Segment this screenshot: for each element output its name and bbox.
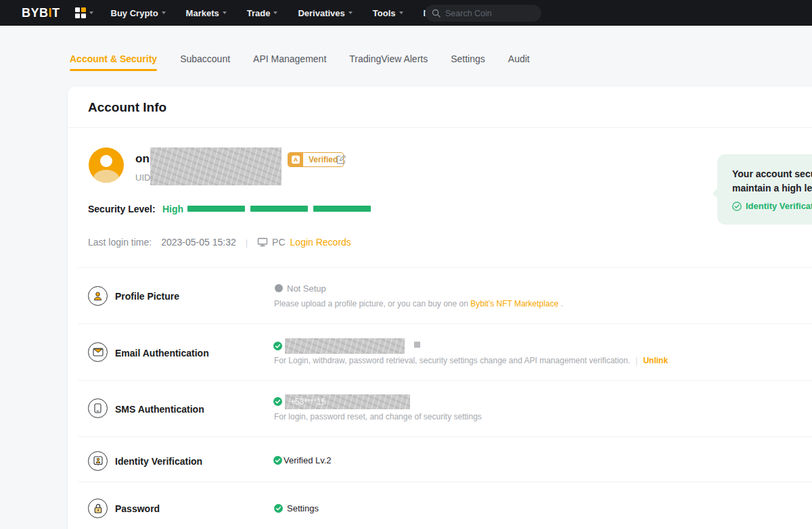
identity-label: Identity Verification [115, 456, 202, 467]
search-icon [432, 9, 441, 18]
username: on [135, 152, 150, 166]
grid-cell [75, 7, 80, 12]
kyc-badge-icon: A [288, 153, 303, 166]
profile-picture-icon [88, 286, 108, 306]
identity-status: Verified Lv.2 [284, 455, 332, 465]
redacted-phone: +53****15 [285, 394, 410, 409]
settings-tabs: Account & Security Subaccount API Manage… [70, 53, 530, 64]
email-icon [88, 342, 108, 362]
menu-buy-crypto[interactable]: Buy Crypto [111, 8, 166, 18]
unlink-button[interactable]: Unlink [643, 356, 668, 365]
password-status: Settings [287, 503, 319, 513]
divider [78, 323, 812, 324]
account-info-card: Account Info on UID: A Verified Security… [68, 87, 812, 529]
bybit-logo[interactable]: BYBIT [22, 6, 60, 20]
tab-subaccount[interactable]: Subaccount [180, 53, 230, 64]
divider [78, 380, 812, 381]
menu-tools[interactable]: Tools [373, 8, 403, 18]
edit-icon[interactable] [336, 154, 346, 164]
chevron-down-icon [162, 12, 166, 14]
login-records-link[interactable]: Login Records [290, 237, 351, 248]
grid-cell-accent [81, 7, 86, 12]
last-login-label: Last login time: [88, 237, 152, 248]
uid-label: UID: [135, 172, 153, 183]
avatar-shoulders [93, 170, 119, 183]
search-box[interactable] [425, 5, 541, 22]
tooltip-identity-line: Identity Verificatio [732, 201, 812, 211]
grid-cell [75, 14, 80, 18]
profile-picture-status: Not Setup [287, 283, 326, 294]
password-icon [88, 499, 108, 518]
nft-marketplace-link[interactable]: Bybit's NFT Marketplace [470, 299, 558, 308]
tab-settings[interactable]: Settings [451, 53, 485, 64]
page-title: Account Info [88, 100, 166, 115]
security-tooltip: Your account secur maintain a high lev I… [717, 154, 812, 225]
password-label: Password [115, 503, 160, 514]
chevron-down-icon [348, 12, 353, 14]
device-label: PC [272, 237, 285, 248]
security-level-bar [313, 206, 371, 212]
apps-grid-icon[interactable] [75, 7, 93, 18]
profile-picture-desc: Please upload a profile picture, or you … [274, 299, 563, 308]
identity-icon [88, 451, 108, 471]
redacted-email [285, 338, 405, 354]
tab-tradingview-alerts[interactable]: TradingView Alerts [349, 53, 428, 64]
redacted-name-uid [150, 147, 281, 185]
verified-badge: A Verified [288, 152, 344, 167]
sms-label: SMS Authentication [115, 404, 204, 415]
grid-cell [81, 14, 86, 18]
divider [68, 127, 812, 128]
sms-icon [88, 398, 108, 418]
divider [78, 482, 812, 482]
menu-trade[interactable]: Trade [247, 8, 278, 18]
check-icon [273, 397, 282, 406]
divider [78, 436, 812, 437]
separator: | [246, 237, 248, 248]
tooltip-line1: Your account secur [732, 168, 812, 179]
menu-derivatives[interactable]: Derivatives [298, 8, 352, 18]
tab-account-security[interactable]: Account & Security [70, 53, 157, 64]
tab-api-management[interactable]: API Management [253, 53, 326, 64]
tooltip-line2: maintain a high lev [732, 183, 812, 193]
security-level-label: Security Level: [88, 204, 156, 214]
avatar [89, 147, 124, 183]
redacted-phone-hint: +53****15 [285, 394, 410, 409]
chevron-down-icon [223, 12, 227, 14]
check-icon [273, 342, 282, 350]
tab-audit[interactable]: Audit [508, 53, 530, 64]
avatar-head [100, 155, 112, 167]
last-login-time: 2023-05-05 15:32 [161, 237, 236, 248]
check-icon [273, 456, 282, 465]
email-label: Email Authentication [115, 348, 209, 359]
chevron-down-icon [399, 12, 403, 14]
email-desc: For Login, withdraw, password retrieval,… [274, 356, 668, 365]
check-circle-icon [732, 202, 742, 211]
menu-markets[interactable]: Markets [186, 8, 227, 18]
profile-picture-label: Profile Picture [115, 291, 179, 302]
chevron-down-icon [89, 12, 93, 14]
check-icon [274, 504, 283, 513]
top-navigation: BYBIT Buy Crypto Markets Trade Derivativ… [0, 0, 812, 26]
chevron-down-icon [273, 12, 277, 14]
not-setup-icon [275, 284, 283, 292]
last-login-row: Last login time: 2023-05-05 15:32 | PC L… [88, 237, 351, 248]
security-level-bar [250, 206, 308, 212]
divider [78, 267, 812, 268]
security-level-bar [187, 206, 245, 212]
redacted-icon[interactable] [414, 342, 420, 348]
security-level-value: High [162, 204, 183, 214]
search-input[interactable] [445, 9, 533, 18]
sms-desc: For login, password reset, and change of… [274, 412, 482, 421]
monitor-icon [257, 237, 268, 247]
